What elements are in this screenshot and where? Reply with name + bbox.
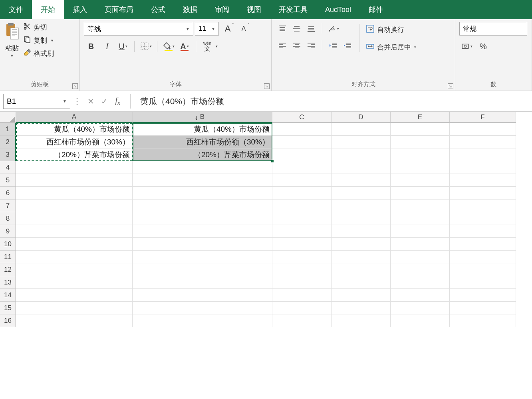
cell-B12[interactable] [133, 263, 272, 276]
cell-D6[interactable] [332, 187, 391, 200]
cell-C12[interactable] [272, 263, 332, 276]
column-header-F[interactable]: F [450, 112, 516, 123]
select-all-corner[interactable] [0, 112, 16, 123]
spreadsheet-grid[interactable]: ABCDEF1黄瓜（40%）市场份额黄瓜（40%）市场份额2西红柿市场份额（30… [0, 112, 532, 327]
percent-button[interactable]: % [476, 39, 490, 53]
merge-center-button[interactable]: 合并后居中 ▾ [364, 40, 418, 54]
cell-F6[interactable] [450, 187, 516, 200]
align-top-button[interactable] [276, 22, 289, 35]
cell-E16[interactable] [391, 314, 450, 327]
row-header-9[interactable]: 9 [0, 225, 16, 238]
cell-F7[interactable] [450, 200, 516, 212]
phonetic-guide-button[interactable]: wén 文 ▾ [200, 39, 214, 53]
align-bottom-button[interactable] [304, 22, 318, 35]
cell-B5[interactable] [133, 174, 272, 187]
row-header-3[interactable]: 3 [0, 148, 16, 161]
cell-A4[interactable] [16, 161, 133, 174]
number-format-combo[interactable]: 常规 [459, 22, 527, 36]
font-color-button[interactable]: A▾ [177, 39, 192, 53]
tab-insert[interactable]: 插入 [64, 0, 96, 19]
tab-file[interactable]: 文件 [0, 0, 32, 19]
row-header-13[interactable]: 13 [0, 276, 16, 289]
row-header-5[interactable]: 5 [0, 174, 16, 187]
cell-A3[interactable]: （20%）芹菜市场份额 [16, 148, 133, 161]
tab-formulas[interactable]: 公式 [142, 0, 174, 19]
row-header-14[interactable]: 14 [0, 289, 16, 302]
cell-B11[interactable] [133, 251, 272, 263]
cell-F11[interactable] [450, 251, 516, 263]
cell-A13[interactable] [16, 276, 133, 289]
cell-E13[interactable] [391, 276, 450, 289]
cell-B14[interactable] [133, 289, 272, 302]
column-header-A[interactable]: A [16, 112, 133, 123]
cell-B2[interactable]: 西红柿市场份额（30%） [133, 136, 272, 148]
borders-button[interactable]: ▾ [139, 39, 153, 53]
cell-A1[interactable]: 黄瓜（40%）市场份额 [16, 123, 133, 136]
cell-A16[interactable] [16, 314, 133, 327]
align-right-button[interactable] [304, 39, 318, 52]
cell-E12[interactable] [391, 263, 450, 276]
cell-D13[interactable] [332, 276, 391, 289]
row-header-6[interactable]: 6 [0, 187, 16, 200]
cell-B4[interactable] [133, 161, 272, 174]
format-painter-button[interactable]: 格式刷 [23, 49, 54, 59]
cell-E8[interactable] [391, 212, 450, 225]
cell-A9[interactable] [16, 225, 133, 238]
cell-B15[interactable] [133, 302, 272, 314]
cell-E14[interactable] [391, 289, 450, 302]
cell-E4[interactable] [391, 161, 450, 174]
cell-F4[interactable] [450, 161, 516, 174]
underline-button[interactable]: U▾ [116, 39, 130, 53]
cell-C8[interactable] [272, 212, 332, 225]
cell-C14[interactable] [272, 289, 332, 302]
decrease-indent-button[interactable] [326, 39, 340, 52]
cell-F2[interactable] [450, 136, 516, 148]
insert-function-button[interactable]: fx [111, 95, 125, 108]
tab-mail[interactable]: 邮件 [360, 0, 392, 19]
tab-dev[interactable]: 开发工具 [270, 0, 316, 19]
cell-F10[interactable] [450, 238, 516, 251]
cell-A6[interactable] [16, 187, 133, 200]
cell-A12[interactable] [16, 263, 133, 276]
increase-indent-button[interactable] [341, 39, 354, 52]
cell-A8[interactable] [16, 212, 133, 225]
cell-E3[interactable] [391, 148, 450, 161]
cell-D16[interactable] [332, 314, 391, 327]
tab-home[interactable]: 开始 [32, 0, 64, 19]
cell-C5[interactable] [272, 174, 332, 187]
cell-F8[interactable] [450, 212, 516, 225]
accounting-format-button[interactable]: ▾ [459, 39, 474, 53]
cell-A10[interactable] [16, 238, 133, 251]
cell-E11[interactable] [391, 251, 450, 263]
row-header-16[interactable]: 16 [0, 314, 16, 327]
cell-F3[interactable] [450, 148, 516, 161]
name-box[interactable]: B1 ▼ [3, 94, 70, 109]
decrease-font-button[interactable]: Aˇ [236, 22, 251, 36]
cell-B8[interactable] [133, 212, 272, 225]
cell-C4[interactable] [272, 161, 332, 174]
row-header-15[interactable]: 15 [0, 302, 16, 314]
formula-input[interactable]: 黄瓜（40%）市场份额 [136, 96, 529, 107]
cell-C6[interactable] [272, 187, 332, 200]
row-header-8[interactable]: 8 [0, 212, 16, 225]
cell-D2[interactable] [332, 136, 391, 148]
cell-D10[interactable] [332, 238, 391, 251]
italic-button[interactable]: I [100, 39, 114, 53]
cell-C11[interactable] [272, 251, 332, 263]
cell-D1[interactable] [332, 123, 391, 136]
cell-A14[interactable] [16, 289, 133, 302]
cell-E7[interactable] [391, 200, 450, 212]
row-header-1[interactable]: 1 [0, 123, 16, 136]
cell-D15[interactable] [332, 302, 391, 314]
paste-button[interactable]: 粘贴 ▼ [4, 22, 20, 58]
cell-E2[interactable] [391, 136, 450, 148]
cell-C1[interactable] [272, 123, 332, 136]
cell-E5[interactable] [391, 174, 450, 187]
cell-C10[interactable] [272, 238, 332, 251]
tab-audtool[interactable]: AudTool [316, 0, 360, 19]
cell-C13[interactable] [272, 276, 332, 289]
cell-B13[interactable] [133, 276, 272, 289]
cell-F5[interactable] [450, 174, 516, 187]
cell-D9[interactable] [332, 225, 391, 238]
row-header-12[interactable]: 12 [0, 263, 16, 276]
